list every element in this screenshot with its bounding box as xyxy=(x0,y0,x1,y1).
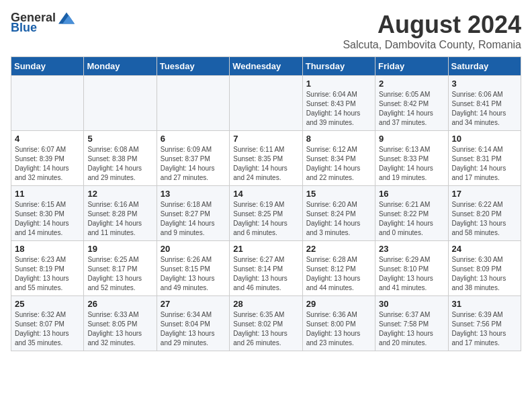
calendar-cell: 10Sunrise: 6:14 AM Sunset: 8:31 PM Dayli… xyxy=(448,131,521,186)
calendar-header-row: SundayMondayTuesdayWednesdayThursdayFrid… xyxy=(11,57,521,76)
day-info: Sunrise: 6:14 AM Sunset: 8:31 PM Dayligh… xyxy=(452,145,517,183)
day-info: Sunrise: 6:29 AM Sunset: 8:10 PM Dayligh… xyxy=(379,255,444,293)
calendar-cell: 8Sunrise: 6:12 AM Sunset: 8:34 PM Daylig… xyxy=(302,131,375,186)
day-number: 4 xyxy=(15,134,80,144)
day-number: 21 xyxy=(233,244,298,254)
day-number: 11 xyxy=(15,189,80,199)
calendar-cell: 26Sunrise: 6:33 AM Sunset: 8:05 PM Dayli… xyxy=(84,296,157,351)
day-info: Sunrise: 6:07 AM Sunset: 8:39 PM Dayligh… xyxy=(15,145,80,183)
calendar-cell: 20Sunrise: 6:26 AM Sunset: 8:15 PM Dayli… xyxy=(157,241,229,296)
day-number: 24 xyxy=(452,244,517,254)
calendar-cell: 21Sunrise: 6:27 AM Sunset: 8:14 PM Dayli… xyxy=(230,241,302,296)
day-info: Sunrise: 6:16 AM Sunset: 8:28 PM Dayligh… xyxy=(87,200,152,238)
day-number: 2 xyxy=(379,79,444,89)
logo-blue-text: Blue xyxy=(11,21,37,35)
calendar-week-3: 11Sunrise: 6:15 AM Sunset: 8:30 PM Dayli… xyxy=(11,186,521,241)
logo-icon xyxy=(58,12,75,24)
day-info: Sunrise: 6:15 AM Sunset: 8:30 PM Dayligh… xyxy=(15,200,80,238)
day-number: 15 xyxy=(306,189,371,199)
day-info: Sunrise: 6:20 AM Sunset: 8:24 PM Dayligh… xyxy=(306,200,371,238)
subtitle: Salcuta, Dambovita County, Romania xyxy=(343,39,521,51)
day-info: Sunrise: 6:36 AM Sunset: 8:00 PM Dayligh… xyxy=(306,310,371,348)
day-info: Sunrise: 6:26 AM Sunset: 8:15 PM Dayligh… xyxy=(161,255,226,293)
day-number: 9 xyxy=(379,134,444,144)
day-number: 14 xyxy=(233,189,298,199)
day-number: 17 xyxy=(452,189,517,199)
col-header-sunday: Sunday xyxy=(11,57,84,76)
day-number: 7 xyxy=(233,134,298,144)
calendar-cell: 27Sunrise: 6:34 AM Sunset: 8:04 PM Dayli… xyxy=(157,296,229,351)
day-number: 5 xyxy=(87,134,152,144)
day-info: Sunrise: 6:28 AM Sunset: 8:12 PM Dayligh… xyxy=(306,255,371,293)
day-info: Sunrise: 6:04 AM Sunset: 8:43 PM Dayligh… xyxy=(306,90,371,128)
calendar-cell: 17Sunrise: 6:22 AM Sunset: 8:20 PM Dayli… xyxy=(448,186,521,241)
calendar-week-1: 1Sunrise: 6:04 AM Sunset: 8:43 PM Daylig… xyxy=(11,76,521,131)
calendar-cell: 2Sunrise: 6:05 AM Sunset: 8:42 PM Daylig… xyxy=(375,76,448,131)
logo: General Blue xyxy=(11,11,75,35)
day-info: Sunrise: 6:22 AM Sunset: 8:20 PM Dayligh… xyxy=(452,200,517,238)
day-number: 19 xyxy=(87,244,152,254)
calendar-cell: 9Sunrise: 6:13 AM Sunset: 8:33 PM Daylig… xyxy=(375,131,448,186)
day-info: Sunrise: 6:25 AM Sunset: 8:17 PM Dayligh… xyxy=(87,255,152,293)
calendar-cell: 30Sunrise: 6:37 AM Sunset: 7:58 PM Dayli… xyxy=(375,296,448,351)
calendar-cell: 24Sunrise: 6:30 AM Sunset: 8:09 PM Dayli… xyxy=(448,241,521,296)
day-number: 12 xyxy=(87,189,152,199)
calendar-cell: 29Sunrise: 6:36 AM Sunset: 8:00 PM Dayli… xyxy=(302,296,375,351)
day-number: 18 xyxy=(15,244,80,254)
calendar-cell: 13Sunrise: 6:18 AM Sunset: 8:27 PM Dayli… xyxy=(157,186,229,241)
calendar-week-2: 4Sunrise: 6:07 AM Sunset: 8:39 PM Daylig… xyxy=(11,131,521,186)
day-number: 28 xyxy=(233,299,298,309)
calendar-cell: 7Sunrise: 6:11 AM Sunset: 8:35 PM Daylig… xyxy=(230,131,302,186)
day-number: 16 xyxy=(379,189,444,199)
day-info: Sunrise: 6:19 AM Sunset: 8:25 PM Dayligh… xyxy=(233,200,298,238)
day-info: Sunrise: 6:35 AM Sunset: 8:02 PM Dayligh… xyxy=(233,310,298,348)
main-title: August 2024 xyxy=(343,11,521,39)
calendar-table: SundayMondayTuesdayWednesdayThursdayFrid… xyxy=(11,56,521,351)
day-info: Sunrise: 6:23 AM Sunset: 8:19 PM Dayligh… xyxy=(15,255,80,293)
calendar-cell xyxy=(230,76,302,131)
day-info: Sunrise: 6:21 AM Sunset: 8:22 PM Dayligh… xyxy=(379,200,444,238)
calendar-cell: 4Sunrise: 6:07 AM Sunset: 8:39 PM Daylig… xyxy=(11,131,84,186)
day-number: 29 xyxy=(306,299,371,309)
day-info: Sunrise: 6:33 AM Sunset: 8:05 PM Dayligh… xyxy=(87,310,152,348)
day-number: 6 xyxy=(161,134,226,144)
day-number: 20 xyxy=(161,244,226,254)
day-number: 3 xyxy=(452,79,517,89)
day-number: 8 xyxy=(306,134,371,144)
calendar-cell xyxy=(157,76,229,131)
day-info: Sunrise: 6:08 AM Sunset: 8:38 PM Dayligh… xyxy=(87,145,152,183)
day-info: Sunrise: 6:34 AM Sunset: 8:04 PM Dayligh… xyxy=(161,310,226,348)
day-info: Sunrise: 6:30 AM Sunset: 8:09 PM Dayligh… xyxy=(452,255,517,293)
day-info: Sunrise: 6:05 AM Sunset: 8:42 PM Dayligh… xyxy=(379,90,444,128)
calendar-cell: 3Sunrise: 6:06 AM Sunset: 8:41 PM Daylig… xyxy=(448,76,521,131)
day-number: 22 xyxy=(306,244,371,254)
day-number: 13 xyxy=(161,189,226,199)
day-number: 31 xyxy=(452,299,517,309)
day-number: 1 xyxy=(306,79,371,89)
day-number: 30 xyxy=(379,299,444,309)
calendar-cell: 18Sunrise: 6:23 AM Sunset: 8:19 PM Dayli… xyxy=(11,241,84,296)
day-number: 10 xyxy=(452,134,517,144)
calendar-cell: 1Sunrise: 6:04 AM Sunset: 8:43 PM Daylig… xyxy=(302,76,375,131)
day-number: 23 xyxy=(379,244,444,254)
calendar-cell: 23Sunrise: 6:29 AM Sunset: 8:10 PM Dayli… xyxy=(375,241,448,296)
day-info: Sunrise: 6:18 AM Sunset: 8:27 PM Dayligh… xyxy=(161,200,226,238)
day-info: Sunrise: 6:32 AM Sunset: 8:07 PM Dayligh… xyxy=(15,310,80,348)
col-header-tuesday: Tuesday xyxy=(157,57,229,76)
col-header-friday: Friday xyxy=(375,57,448,76)
col-header-thursday: Thursday xyxy=(302,57,375,76)
calendar-cell: 31Sunrise: 6:39 AM Sunset: 7:56 PM Dayli… xyxy=(448,296,521,351)
col-header-monday: Monday xyxy=(84,57,157,76)
col-header-saturday: Saturday xyxy=(448,57,521,76)
day-info: Sunrise: 6:12 AM Sunset: 8:34 PM Dayligh… xyxy=(306,145,371,183)
title-block: August 2024 Salcuta, Dambovita County, R… xyxy=(343,11,521,51)
calendar-cell: 28Sunrise: 6:35 AM Sunset: 8:02 PM Dayli… xyxy=(230,296,302,351)
day-info: Sunrise: 6:11 AM Sunset: 8:35 PM Dayligh… xyxy=(233,145,298,183)
page-header: General Blue August 2024 Salcuta, Dambov… xyxy=(11,11,521,51)
calendar-cell xyxy=(84,76,157,131)
calendar-cell: 6Sunrise: 6:09 AM Sunset: 8:37 PM Daylig… xyxy=(157,131,229,186)
day-info: Sunrise: 6:27 AM Sunset: 8:14 PM Dayligh… xyxy=(233,255,298,293)
calendar-cell: 11Sunrise: 6:15 AM Sunset: 8:30 PM Dayli… xyxy=(11,186,84,241)
calendar-cell: 15Sunrise: 6:20 AM Sunset: 8:24 PM Dayli… xyxy=(302,186,375,241)
calendar-cell xyxy=(11,76,84,131)
